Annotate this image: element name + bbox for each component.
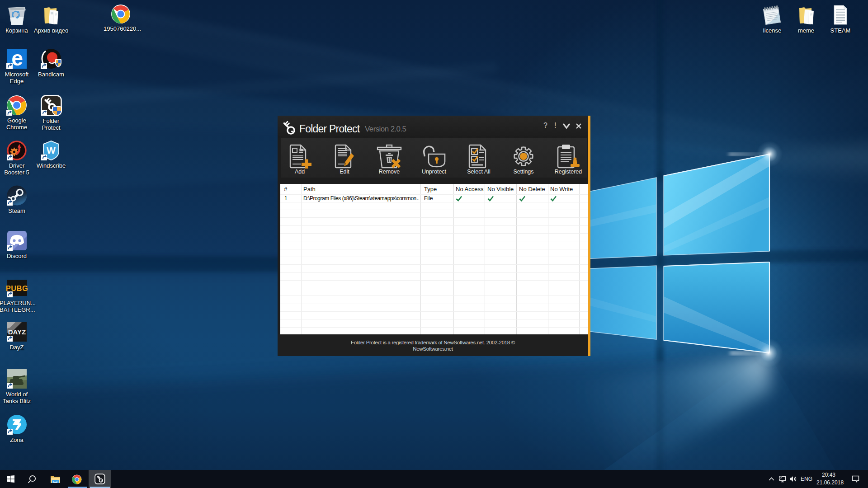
svg-text:DAYZ: DAYZ [8, 328, 25, 336]
svg-text:PUBG: PUBG [6, 284, 28, 292]
svg-text:e: e [11, 48, 23, 70]
svg-text:W: W [47, 145, 56, 155]
